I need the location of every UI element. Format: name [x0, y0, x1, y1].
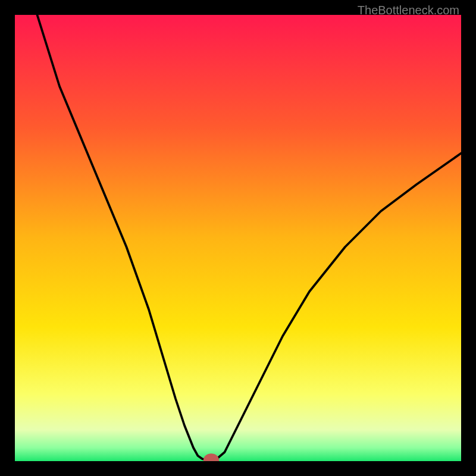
chart-frame: TheBottleneck.com	[0, 0, 476, 476]
watermark-text: TheBottleneck.com	[358, 4, 459, 17]
bottleneck-curve	[15, 15, 461, 461]
svg-rect-1	[206, 456, 217, 461]
plot-area	[15, 15, 461, 461]
